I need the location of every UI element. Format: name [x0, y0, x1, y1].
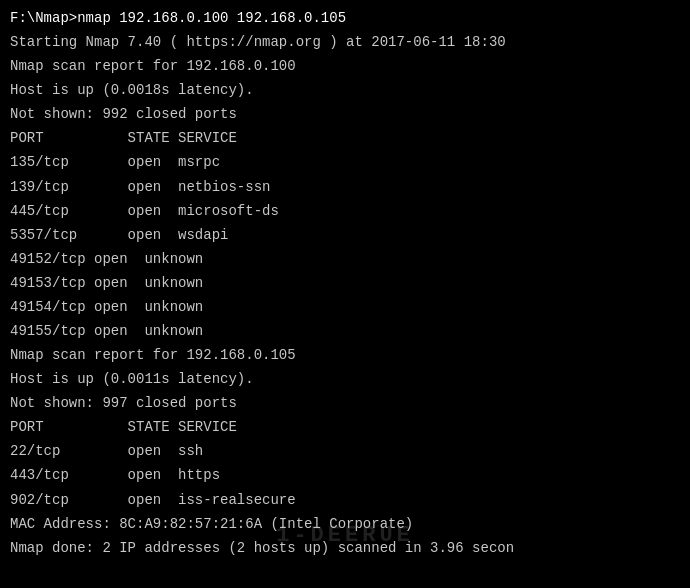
terminal-line-18: Not shown: 997 closed ports [10, 391, 680, 415]
terminal-line-4: Host is up (0.0018s latency). [10, 78, 680, 102]
terminal-line-12: 49153/tcp open unknown [10, 271, 680, 295]
terminal-line-6: PORT STATE SERVICE [10, 126, 680, 150]
terminal-line-23: MAC Address: 8C:A9:82:57:21:6A (Intel Co… [10, 512, 680, 536]
terminal-window: F:\Nmap>nmap 192.168.0.100 192.168.0.105… [0, 0, 690, 588]
terminal-line-5: Not shown: 992 closed ports [10, 102, 680, 126]
terminal-line-7: 135/tcp open msrpc [10, 150, 680, 174]
terminal-line-2: Starting Nmap 7.40 ( https://nmap.org ) … [10, 30, 680, 54]
terminal-line-9: 445/tcp open microsoft-ds [10, 199, 680, 223]
terminal-line-22: 902/tcp open iss-realsecure [10, 488, 680, 512]
terminal-line-14: 49155/tcp open unknown [10, 319, 680, 343]
terminal-line-10: 5357/tcp open wsdapi [10, 223, 680, 247]
terminal-line-19: PORT STATE SERVICE [10, 415, 680, 439]
terminal-line-13: 49154/tcp open unknown [10, 295, 680, 319]
terminal-line-25: Nmap done: 2 IP addresses (2 hosts up) s… [10, 536, 680, 560]
terminal-line-21: 443/tcp open https [10, 463, 680, 487]
terminal-line-17: Host is up (0.0011s latency). [10, 367, 680, 391]
terminal-line-20: 22/tcp open ssh [10, 439, 680, 463]
terminal-line-3: Nmap scan report for 192.168.0.100 [10, 54, 680, 78]
terminal-line-8: 139/tcp open netbios-ssn [10, 175, 680, 199]
terminal-line-0: F:\Nmap>nmap 192.168.0.100 192.168.0.105 [10, 6, 680, 30]
terminal-line-16: Nmap scan report for 192.168.0.105 [10, 343, 680, 367]
terminal-line-11: 49152/tcp open unknown [10, 247, 680, 271]
